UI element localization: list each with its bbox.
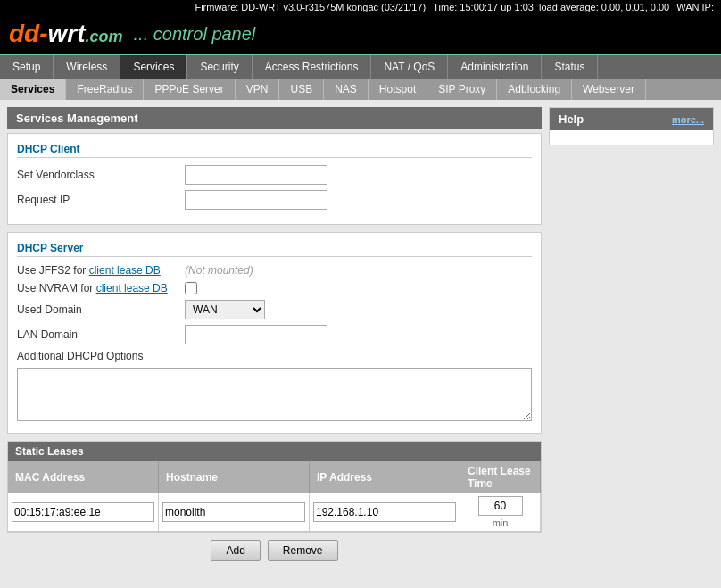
dhcp-client-card: DHCP Client Set Vendorclass Request IP <box>7 133 542 225</box>
table-row: min <box>8 493 541 532</box>
help-title: Help <box>559 112 584 126</box>
control-panel-title: ... control panel <box>134 24 256 45</box>
wan-info: WAN IP: <box>676 2 714 12</box>
lan-domain-input[interactable] <box>185 325 327 344</box>
col-hostname: Hostname <box>158 461 309 493</box>
sub-tab-sip-proxy[interactable]: SIP Proxy <box>427 79 497 100</box>
additional-dhcpd-label: Additional DHCPd Options <box>17 350 178 362</box>
hostname-cell <box>158 493 309 532</box>
nav-tab-wireless[interactable]: Wireless <box>54 55 120 79</box>
nav-tab-nat-qos[interactable]: NAT / QoS <box>371 55 448 79</box>
nav-tab-services[interactable]: Services <box>120 55 187 79</box>
services-management-header: Services Management <box>7 107 542 129</box>
sub-tab-vpn[interactable]: VPN <box>236 79 280 100</box>
sub-tab-webserver[interactable]: Webserver <box>572 79 646 100</box>
nav-tab-status[interactable]: Status <box>542 55 598 79</box>
top-bar: Firmware: DD-WRT v3.0-r31575M kongac (03… <box>0 0 721 14</box>
logo: dd-wrt.com <box>9 20 123 48</box>
min-label: min <box>464 518 536 528</box>
col-mac: MAC Address <box>8 461 158 493</box>
help-content <box>550 130 713 145</box>
help-box: Help more... <box>549 107 714 145</box>
action-buttons: Add Remove <box>7 540 542 561</box>
use-nvram-row: Use NVRAM for client lease DB <box>17 282 532 294</box>
mac-cell <box>8 493 158 532</box>
dhcp-server-card: DHCP Server Use JFFS2 for client lease D… <box>7 232 542 434</box>
hostname-input[interactable] <box>162 502 305 522</box>
set-vendorclass-row: Set Vendorclass <box>17 165 532 185</box>
request-ip-label: Request IP <box>17 194 178 206</box>
sub-tabs: Services FreeRadius PPPoE Server VPN USB… <box>0 79 721 100</box>
request-ip-row: Request IP <box>17 190 532 210</box>
leases-table: MAC Address Hostname IP Address Client L… <box>8 461 541 532</box>
add-button[interactable]: Add <box>211 540 260 561</box>
nav-tab-setup[interactable]: Setup <box>0 55 54 79</box>
sub-tab-nas[interactable]: NAS <box>324 79 369 100</box>
set-vendorclass-input[interactable] <box>185 165 327 185</box>
nav-tab-security[interactable]: Security <box>187 55 252 79</box>
use-nvram-label: Use NVRAM for client lease DB <box>17 282 178 294</box>
use-jffs2-row: Use JFFS2 for client lease DB (Not mount… <box>17 264 532 277</box>
request-ip-input[interactable] <box>185 190 327 210</box>
set-vendorclass-label: Set Vendorclass <box>17 169 178 181</box>
col-ip: IP Address <box>309 461 460 493</box>
used-domain-label: Used Domain <box>17 303 178 316</box>
nav-tabs: Setup Wireless Services Security Access … <box>0 55 721 79</box>
sub-tab-hotspot[interactable]: Hotspot <box>369 79 427 100</box>
additional-dhcpd-row: Additional DHCPd Options <box>17 350 532 362</box>
header: dd-wrt.com ... control panel <box>0 14 721 55</box>
dhcp-client-label: DHCP Client <box>17 143 532 158</box>
lease-time-input[interactable] <box>478 496 523 516</box>
help-header: Help more... <box>550 108 713 130</box>
right-panel: Help more... <box>549 107 714 588</box>
lease-time-cell: min <box>460 493 541 532</box>
col-lease-time: Client Lease Time <box>460 461 541 493</box>
sub-tab-pppoe-server[interactable]: PPPoE Server <box>144 79 235 100</box>
used-domain-row: Used Domain WAN LAN Router Name <box>17 300 532 319</box>
sub-tab-usb[interactable]: USB <box>279 79 324 100</box>
remove-button[interactable]: Remove <box>268 540 338 561</box>
main-content: Services Management DHCP Client Set Vend… <box>0 100 721 588</box>
dhcp-server-label: DHCP Server <box>17 242 532 257</box>
use-jffs2-label: Use JFFS2 for client lease DB <box>17 264 178 277</box>
static-leases-header: Static Leases <box>8 442 541 461</box>
static-leases-section: Static Leases MAC Address Hostname IP Ad… <box>7 441 542 533</box>
firmware-info: Firmware: DD-WRT v3.0-r31575M kongac (03… <box>195 2 426 12</box>
used-domain-select[interactable]: WAN LAN Router Name <box>185 300 265 319</box>
left-panel: Services Management DHCP Client Set Vend… <box>7 107 542 588</box>
ip-cell <box>309 493 460 532</box>
mac-input[interactable] <box>12 502 154 522</box>
help-more-link[interactable]: more... <box>672 114 704 125</box>
lan-domain-row: LAN Domain <box>17 325 532 344</box>
use-nvram-checkbox[interactable] <box>185 282 197 294</box>
sub-tab-services[interactable]: Services <box>0 79 66 100</box>
additional-dhcpd-textarea[interactable] <box>17 368 532 421</box>
client-lease-db-link-nvram[interactable]: client lease DB <box>96 282 168 294</box>
client-lease-db-link-jffs2[interactable]: client lease DB <box>89 264 161 277</box>
sub-tab-adblocking[interactable]: Adblocking <box>497 79 572 100</box>
ip-input[interactable] <box>313 502 456 522</box>
time-info: Time: 15:00:17 up 1:03, load average: 0.… <box>433 2 669 12</box>
sub-tab-freeradius[interactable]: FreeRadius <box>66 79 144 100</box>
nav-tab-administration[interactable]: Administration <box>448 55 542 79</box>
not-mounted-text: (Not mounted) <box>185 264 253 277</box>
nav-tab-access-restrictions[interactable]: Access Restrictions <box>253 55 372 79</box>
lan-domain-label: LAN Domain <box>17 328 178 341</box>
